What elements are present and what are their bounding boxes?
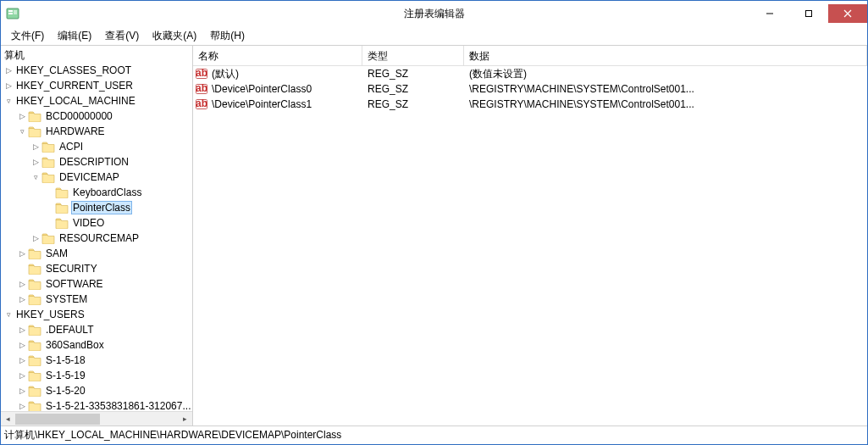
tree-node-label: SECURITY [44,263,99,275]
folder-icon [28,110,41,122]
value-row[interactable]: \Device\PointerClass1REG_SZ\REGISTRY\MAC… [193,97,867,112]
value-row[interactable]: \Device\PointerClass0REG_SZ\REGISTRY\MAC… [193,81,867,97]
expander-empty [43,186,55,198]
expand-icon[interactable]: ▷ [16,339,28,351]
tree-node[interactable]: ▷S-1-5-20 [1,383,192,398]
value-data: \REGISTRY\MACHINE\SYSTEM\ControlSet001..… [464,98,867,110]
value-name: \Device\PointerClass1 [212,98,312,110]
tree-node[interactable]: ▷SYSTEM [1,292,192,307]
folder-icon [28,400,41,411]
app-icon [6,7,19,20]
tree-node[interactable]: KeyboardClass [1,185,192,200]
registry-tree[interactable]: 算机▷HKEY_CLASSES_ROOT▷HKEY_CURRENT_USER▿H… [1,46,192,411]
scroll-track[interactable] [15,412,178,426]
tree-node[interactable]: ▿HARDWARE [1,124,192,139]
column-header-type[interactable]: 类型 [362,46,464,65]
tree-node[interactable]: ▿HKEY_USERS [1,307,192,322]
expand-icon[interactable]: ▷ [30,141,41,153]
expander-empty [16,263,28,275]
expand-icon[interactable]: ▷ [16,278,28,290]
expand-icon[interactable]: ▷ [16,110,28,122]
tree-node[interactable]: ▷ACPI [1,139,192,154]
collapse-icon[interactable]: ▿ [3,309,14,320]
folder-icon [55,202,69,214]
tree-node[interactable]: PointerClass [1,200,192,215]
tree-node[interactable]: ▷SOFTWARE [1,276,192,292]
collapse-icon[interactable]: ▿ [3,95,14,107]
folder-icon [28,293,41,305]
menu-view[interactable]: 查看(V) [98,27,146,45]
titlebar[interactable]: 注册表编辑器 [1,1,867,26]
tree-node-label: BCD00000000 [44,110,114,122]
values-pane: 名称 类型 数据 (默认)REG_SZ(数值未设置)\Device\Pointe… [193,46,867,426]
tree-node[interactable]: ▷BCD00000000 [1,108,192,124]
folder-icon [41,156,55,168]
column-header-name[interactable]: 名称 [193,46,362,65]
value-type: REG_SZ [362,83,464,95]
column-header-data[interactable]: 数据 [464,46,867,65]
string-value-icon [195,97,208,111]
tree-node[interactable]: ▷HKEY_CLASSES_ROOT [1,63,192,78]
tree-node[interactable]: ▷SAM [1,246,192,261]
tree-node[interactable]: ▷HKEY_CURRENT_USER [1,78,192,93]
menu-favorites[interactable]: 收藏夹(A) [146,27,203,45]
values-header: 名称 类型 数据 [193,46,867,66]
tree-node[interactable]: ▷S-1-5-21-3353831861-312067... [1,398,192,411]
scroll-thumb[interactable] [15,414,100,425]
tree-node[interactable]: ▿HKEY_LOCAL_MACHINE [1,93,192,108]
tree-node[interactable]: VIDEO [1,215,192,231]
value-data: \REGISTRY\MACHINE\SYSTEM\ControlSet001..… [464,83,867,95]
tree-node[interactable]: ▷DESCRIPTION [1,154,192,170]
tree-hscrollbar[interactable]: ◂ ▸ [1,411,192,426]
tree-node[interactable]: ▷.DEFAULT [1,322,192,337]
values-list[interactable]: (默认)REG_SZ(数值未设置)\Device\PointerClass0RE… [193,66,867,426]
tree-node-label: DESCRIPTION [58,156,130,168]
expand-icon[interactable]: ▷ [16,248,28,259]
tree-node-label: .DEFAULT [44,324,95,336]
tree-node-label: S-1-5-19 [44,370,87,381]
expand-icon[interactable]: ▷ [16,370,28,381]
expand-icon[interactable]: ▷ [16,354,28,366]
folder-icon [41,141,55,153]
folder-icon [28,385,41,397]
scroll-right-button[interactable]: ▸ [178,412,192,426]
expand-icon[interactable]: ▷ [3,64,14,76]
menu-help[interactable]: 帮助(H) [203,27,252,45]
value-row[interactable]: (默认)REG_SZ(数值未设置) [193,66,867,81]
collapse-icon[interactable]: ▿ [30,171,41,183]
tree-node-label: SYSTEM [44,293,89,305]
tree-node[interactable]: ▷S-1-5-18 [1,353,192,368]
tree-node-label: HARDWARE [44,125,107,137]
folder-icon [41,232,55,244]
folder-icon [41,171,55,183]
menu-file[interactable]: 文件(F) [4,27,51,45]
tree-node-label: ACPI [58,141,85,153]
tree-node[interactable]: SECURITY [1,261,192,276]
maximize-button[interactable] [789,4,828,23]
tree-node[interactable]: ▷RESOURCEMAP [1,231,192,246]
folder-icon [28,354,41,366]
expand-icon[interactable]: ▷ [16,293,28,305]
value-name-cell: \Device\PointerClass0 [193,82,362,96]
expand-icon[interactable]: ▷ [16,385,28,397]
tree-node-label: 360SandBox [44,339,106,351]
folder-icon [28,324,41,336]
expand-icon[interactable]: ▷ [16,324,28,336]
tree-node-label: SOFTWARE [44,278,105,290]
tree-node[interactable]: ▷S-1-5-19 [1,368,192,383]
tree-node-label: S-1-5-20 [44,385,87,397]
close-button[interactable] [828,4,867,23]
expand-icon[interactable]: ▷ [30,232,41,244]
folder-icon [28,263,41,275]
tree-root[interactable]: 算机 [1,47,192,63]
menu-edit[interactable]: 编辑(E) [51,27,98,45]
tree-node[interactable]: ▷360SandBox [1,337,192,353]
tree-pane: 算机▷HKEY_CLASSES_ROOT▷HKEY_CURRENT_USER▿H… [1,46,193,426]
tree-node[interactable]: ▿DEVICEMAP [1,170,192,185]
expand-icon[interactable]: ▷ [16,400,28,411]
expand-icon[interactable]: ▷ [3,80,14,92]
minimize-button[interactable] [750,4,789,23]
scroll-left-button[interactable]: ◂ [1,412,15,426]
collapse-icon[interactable]: ▿ [16,125,28,137]
expand-icon[interactable]: ▷ [30,156,41,168]
